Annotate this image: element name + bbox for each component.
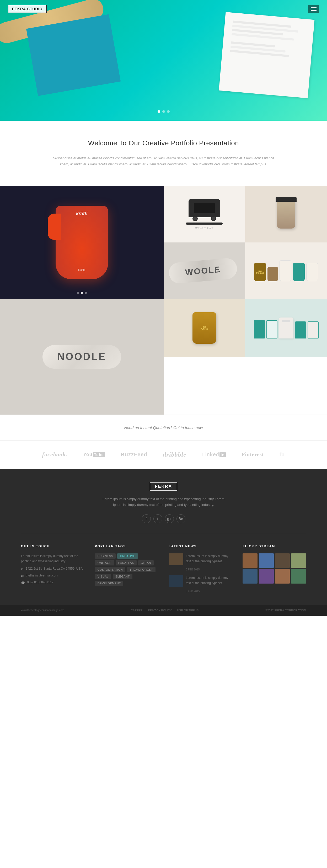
- footer-career-link[interactable]: CAREER: [131, 609, 143, 612]
- portfolio-brand-pack[interactable]: [245, 299, 327, 357]
- welcome-title: Welcome To Our Creative Portfolio Presen…: [53, 139, 274, 147]
- hero-paper-white: [219, 12, 315, 98]
- tag-grid: BUSINESS CREATIVE ONE AGE PARALLAX CLEAN…: [95, 553, 158, 586]
- tag-creative[interactable]: CREATIVE: [117, 553, 138, 559]
- flickr-item-5[interactable]: [242, 569, 258, 584]
- hero-dot-2[interactable]: [162, 110, 165, 113]
- menu-button[interactable]: [308, 5, 319, 13]
- quotation-banner: Need an Instant Quotation? Get in touch …: [0, 414, 327, 440]
- cart-illustration: WOLOW TIME: [181, 191, 228, 237]
- tag-business[interactable]: BUSINESS: [95, 553, 116, 559]
- news-text-block-2: Lorem Ipsum is simply dummy text of the …: [186, 575, 232, 593]
- footer-logo: FEKRA: [150, 482, 177, 491]
- email-icon: ✉: [21, 574, 24, 578]
- footer-description: Lorem Ipsum is simply dummy text of the …: [98, 496, 229, 508]
- flickr-grid: [242, 553, 306, 584]
- portfolio-item-bottle[interactable]: kräfti kräftig: [0, 186, 164, 299]
- quotation-text: Need an Instant Quotation? Get in touch …: [5, 425, 322, 430]
- portfolio-section: kräfti kräftig WOLOW TIME: [0, 186, 327, 299]
- portfolio-spice[interactable]: BIGPUNJAB: [245, 243, 327, 299]
- tag-visual[interactable]: VISUAL: [95, 574, 111, 579]
- footer-bottom-nav: CAREER PRIVACY POLICY USE OF TERMS: [131, 609, 198, 612]
- youtube-logo[interactable]: YouTube: [83, 452, 105, 457]
- welcome-section: Welcome To Our Creative Portfolio Presen…: [0, 121, 327, 186]
- news-thumb-2: [169, 575, 183, 587]
- hero-background: [0, 0, 327, 121]
- news-date-2: 3 FEB 2015: [186, 590, 200, 593]
- news-text-block-1: Lorem Ipsum is simply dummy text of the …: [186, 553, 232, 571]
- bottle-sub-label: kräftig: [78, 269, 85, 271]
- tag-elegant[interactable]: ELEGANT: [113, 574, 132, 579]
- tag-development[interactable]: DEVELOPMENT: [95, 581, 124, 586]
- buzzfeed-logo[interactable]: BuzzFeed: [121, 452, 147, 458]
- portfolio-spice-large[interactable]: BIGPUNJAB: [164, 299, 246, 357]
- site-logo[interactable]: FEKRA STUDIO: [8, 5, 47, 13]
- news-thumb-1: [169, 553, 183, 565]
- footer-google-icon[interactable]: g+: [165, 514, 174, 523]
- footer-col-contact: GET IN TOUCH Lorem Ipsum is simply dummy…: [21, 545, 85, 597]
- linkedin-logo[interactable]: Linkedin: [202, 452, 226, 458]
- news-item-1: Lorem Ipsum is simply dummy text of the …: [169, 553, 232, 571]
- footer-col-tags: POPULAR TAGS BUSINESS CREATIVE ONE AGE P…: [95, 545, 158, 597]
- tube-illustration: WOOLE: [164, 255, 246, 286]
- jar-illustration: [272, 194, 300, 234]
- flickr-item-7[interactable]: [275, 569, 290, 584]
- hamburger-line: [311, 9, 317, 9]
- footer-bottom: www.theheritagechristiancollege.com CARE…: [0, 605, 327, 616]
- tag-one-age[interactable]: ONE AGE: [95, 560, 114, 565]
- contact-phone: ☎ 002- 01008431112: [21, 581, 85, 585]
- portfolio-tube[interactable]: WOOLE: [164, 243, 246, 299]
- footer-site-url[interactable]: www.theheritagechristiancollege.com: [21, 609, 64, 612]
- facebook-logo[interactable]: facebook.: [42, 451, 67, 458]
- portfolio-cart[interactable]: WOLOW TIME: [164, 186, 246, 243]
- contact-description: Lorem Ipsum is simply dummy text of the …: [21, 553, 85, 564]
- phone-icon: ☎: [21, 581, 25, 585]
- flickr-item-8[interactable]: [291, 569, 306, 584]
- portfolio-dot-1[interactable]: [77, 292, 79, 294]
- tag-parallax[interactable]: PARALLAX: [116, 560, 137, 565]
- footer-terms-link[interactable]: USE OF TERMS: [177, 609, 198, 612]
- tag-customization[interactable]: CUSTOMIZATION: [95, 567, 126, 572]
- tube-brand-illustration: NOODLE: [0, 337, 164, 376]
- site-header: FEKRA STUDIO: [0, 0, 327, 18]
- footer-copyright: ©2022 FEKRA CORPORATION: [265, 609, 306, 612]
- footer-social-icons: f t g+ Be: [21, 514, 306, 523]
- portfolio-dot-2[interactable]: [81, 292, 83, 294]
- spice-large-illustration: BIGPUNJAB: [189, 308, 220, 348]
- hero-dot-3[interactable]: [167, 110, 170, 113]
- news-date-1: 5 FEB 2015: [186, 568, 200, 571]
- portfolio-section-2: NOODLE BIGPUNJAB: [0, 299, 327, 414]
- site-footer: FEKRA Lorem Ipsum is simply dummy text o…: [0, 469, 327, 605]
- portfolio-dot-3[interactable]: [85, 292, 87, 294]
- fa-logo[interactable]: fa: [280, 452, 285, 458]
- location-icon: ⊙: [21, 567, 24, 571]
- hero-dots: [158, 110, 170, 113]
- flickr-item-6[interactable]: [259, 569, 274, 584]
- tag-clean[interactable]: CLEAN: [138, 560, 154, 565]
- hero-dot-1[interactable]: [158, 110, 160, 113]
- flickr-item-2[interactable]: [259, 553, 274, 568]
- flickr-item-3[interactable]: [275, 553, 290, 568]
- portfolio-right-grid: WOLOW TIME WOOLE: [164, 186, 327, 299]
- footer-facebook-icon[interactable]: f: [142, 514, 151, 523]
- dribbble-logo[interactable]: dribbble: [163, 451, 187, 458]
- footer-twitter-icon[interactable]: t: [154, 514, 162, 523]
- footer-center: FEKRA Lorem Ipsum is simply dummy text o…: [21, 482, 306, 534]
- pinterest-logo[interactable]: Pinterest: [241, 452, 264, 458]
- hamburger-line: [311, 10, 317, 11]
- flickr-item-4[interactable]: [291, 553, 306, 568]
- tag-themeforest[interactable]: THEMEFOREST: [127, 567, 156, 572]
- tags-col-title: POPULAR TAGS: [95, 545, 158, 548]
- contact-address: ⊙ 1422 2st St. Santa Rosa,CA 94559. USA: [21, 567, 85, 571]
- bottle-illustration: kräfti kräftig: [56, 206, 108, 279]
- news-text-1: Lorem Ipsum is simply dummy text of the …: [186, 553, 232, 564]
- portfolio-tube-brand[interactable]: NOODLE: [0, 299, 164, 414]
- flickr-item-1[interactable]: [242, 553, 258, 568]
- footer-privacy-link[interactable]: PRIVACY POLICY: [148, 609, 172, 612]
- news-item-2: Lorem Ipsum is simply dummy text of the …: [169, 575, 232, 593]
- social-logos-bar: facebook. YouTube BuzzFeed dribbble Link…: [0, 440, 327, 469]
- footer-behance-icon[interactable]: Be: [176, 514, 186, 523]
- portfolio-jar[interactable]: [245, 186, 327, 243]
- portfolio-mixed: BIGPUNJAB: [164, 299, 327, 414]
- portfolio-dots: [77, 292, 87, 294]
